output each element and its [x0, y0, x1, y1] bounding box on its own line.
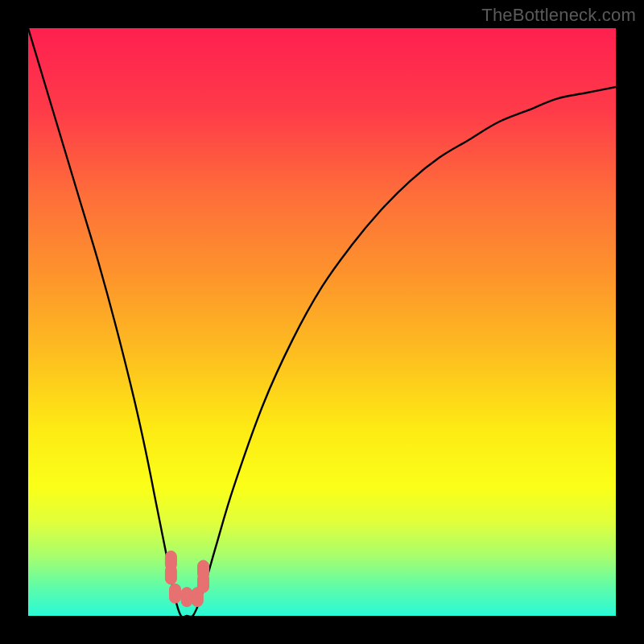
watermark-text: TheBottleneck.com [481, 5, 636, 26]
bottleneck-curve-svg [28, 28, 616, 616]
plot-area [28, 28, 616, 616]
bottleneck-curve-path [28, 28, 616, 616]
curve-marker [165, 565, 176, 584]
curve-marker [181, 588, 192, 607]
marker-group [165, 551, 208, 606]
curve-marker [170, 584, 181, 603]
curve-marker [198, 560, 209, 580]
